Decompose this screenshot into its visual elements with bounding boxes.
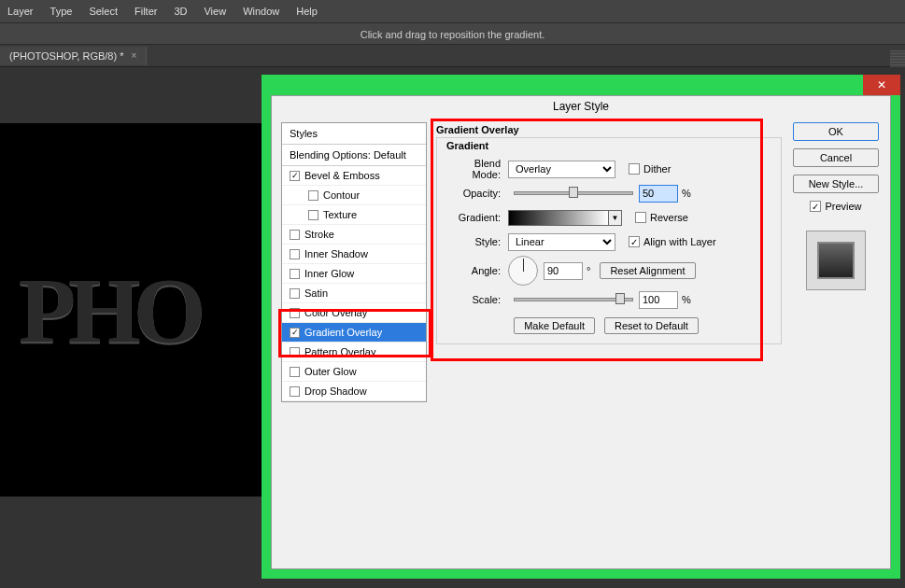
reset-alignment-button[interactable]: Reset Alignment <box>600 262 695 279</box>
style-outer-glow[interactable]: Outer Glow <box>282 362 426 382</box>
style-label: Style: <box>445 236 508 247</box>
document-tab[interactable]: (PHOTOSHOP, RGB/8) * × <box>0 47 147 65</box>
close-icon[interactable]: × <box>131 50 136 61</box>
opacity-label: Opacity: <box>445 188 508 199</box>
settings-panel: Gradient Overlay Gradient Blend Mode: Ov… <box>436 122 782 402</box>
angle-dial[interactable] <box>508 256 538 286</box>
panel-gripper-icon[interactable] <box>890 50 905 67</box>
percent-label: % <box>682 188 691 199</box>
style-color-overlay[interactable]: Color Overlay <box>282 303 426 323</box>
menu-window[interactable]: Window <box>243 6 279 17</box>
document-tab-name: (PHOTOSHOP, RGB/8) * <box>9 50 123 62</box>
align-label: Align with Layer <box>643 236 716 247</box>
menu-bar: Layer Type Select Filter 3D View Window … <box>0 0 905 22</box>
ok-button[interactable]: OK <box>793 122 879 141</box>
preview-swatch-inner <box>817 242 855 279</box>
dialog-highlight: ✕ Layer Style Styles Blending Options: D… <box>262 75 900 579</box>
scale-input[interactable] <box>639 291 678 309</box>
new-style-button[interactable]: New Style... <box>793 175 879 193</box>
style-label: Inner Shadow <box>304 248 368 259</box>
style-label: Texture <box>323 209 357 220</box>
opacity-slider[interactable] <box>514 191 633 195</box>
reset-to-default-button[interactable]: Reset to Default <box>604 317 699 334</box>
checkbox[interactable] <box>308 210 318 220</box>
gradient-group: Gradient Blend Mode: Overlay Dither Opac… <box>436 137 782 344</box>
blend-mode-label: Blend Mode: <box>445 158 508 180</box>
menu-select[interactable]: Select <box>89 6 118 17</box>
style-label: Pattern Overlay <box>304 346 375 357</box>
document-canvas[interactable]: PHO <box>0 123 280 497</box>
style-label: Stroke <box>304 229 334 240</box>
menu-view[interactable]: View <box>204 6 226 17</box>
dither-label: Dither <box>643 163 671 175</box>
preview-checkbox[interactable]: ✓ <box>810 201 821 212</box>
menu-filter[interactable]: Filter <box>134 6 157 17</box>
style-pattern-overlay[interactable]: Pattern Overlay <box>282 343 426 362</box>
style-gradient-overlay[interactable]: ✓Gradient Overlay <box>282 323 426 343</box>
blend-mode-select[interactable]: Overlay <box>508 161 615 178</box>
dialog-buttons: OK Cancel New Style... ✓Preview <box>791 122 881 402</box>
gradient-label: Gradient: <box>445 212 508 223</box>
style-label: Outer Glow <box>304 366 357 377</box>
gradient-style-select[interactable]: Linear <box>508 233 615 251</box>
chevron-down-icon[interactable]: ▼ <box>609 210 622 226</box>
blending-options[interactable]: Blending Options: Default <box>282 145 426 166</box>
styles-header[interactable]: Styles <box>282 123 426 145</box>
style-label: Color Overlay <box>304 307 367 318</box>
group-subtitle: Gradient <box>439 138 768 153</box>
style-texture[interactable]: Texture <box>282 205 426 225</box>
menu-help[interactable]: Help <box>296 6 318 17</box>
canvas-text: PHO <box>19 257 199 364</box>
dialog-close-button[interactable]: ✕ <box>863 75 900 95</box>
checkbox[interactable] <box>290 386 300 397</box>
checkbox[interactable]: ✓ <box>290 171 300 181</box>
style-label: Drop Shadow <box>304 385 367 397</box>
angle-label: Angle: <box>445 265 508 276</box>
style-inner-glow[interactable]: Inner Glow <box>282 264 426 284</box>
scale-label: Scale: <box>445 294 508 305</box>
scale-slider[interactable] <box>514 298 633 301</box>
degree-label: ° <box>587 265 590 276</box>
preview-swatch <box>806 231 866 290</box>
document-tab-bar: (PHOTOSHOP, RGB/8) * × <box>0 45 905 67</box>
style-contour[interactable]: Contour <box>282 186 426 205</box>
style-bevel-emboss[interactable]: ✓Bevel & Emboss <box>282 166 426 186</box>
preview-label: Preview <box>825 201 861 212</box>
percent-label: % <box>682 294 691 305</box>
reverse-checkbox[interactable] <box>635 212 646 223</box>
dialog-title: Layer Style <box>272 96 890 122</box>
checkbox[interactable] <box>290 308 300 318</box>
style-stroke[interactable]: Stroke <box>282 225 426 245</box>
checkbox[interactable] <box>290 269 300 279</box>
layer-style-dialog: Layer Style Styles Blending Options: Def… <box>271 95 891 569</box>
style-label: Satin <box>304 287 328 299</box>
hint-bar: Click and drag to reposition the gradien… <box>0 22 905 45</box>
checkbox[interactable] <box>290 347 300 357</box>
style-label: Bevel & Emboss <box>304 170 380 181</box>
checkbox[interactable] <box>290 367 300 377</box>
style-drop-shadow[interactable]: Drop Shadow <box>282 382 426 401</box>
style-label: Inner Glow <box>304 268 354 279</box>
style-label: Contour <box>323 189 360 201</box>
checkbox[interactable]: ✓ <box>290 328 300 338</box>
make-default-button[interactable]: Make Default <box>514 317 595 334</box>
menu-type[interactable]: Type <box>50 6 73 17</box>
menu-layer[interactable]: Layer <box>7 6 34 17</box>
opacity-input[interactable] <box>639 185 678 203</box>
dither-checkbox[interactable] <box>629 163 640 175</box>
checkbox[interactable] <box>290 230 300 240</box>
menu-3d[interactable]: 3D <box>174 6 187 17</box>
style-satin[interactable]: Satin <box>282 284 426 303</box>
checkbox[interactable] <box>308 190 318 201</box>
group-title: Gradient Overlay <box>436 122 782 137</box>
cancel-button[interactable]: Cancel <box>793 148 879 167</box>
align-checkbox[interactable]: ✓ <box>629 236 640 247</box>
styles-list: Styles Blending Options: Default ✓Bevel … <box>281 122 427 402</box>
angle-input[interactable] <box>544 262 583 280</box>
checkbox[interactable] <box>290 288 300 299</box>
style-label: Gradient Overlay <box>304 327 382 338</box>
reverse-label: Reverse <box>650 212 688 223</box>
checkbox[interactable] <box>290 249 300 259</box>
gradient-swatch[interactable] <box>508 210 609 226</box>
style-inner-shadow[interactable]: Inner Shadow <box>282 245 426 264</box>
